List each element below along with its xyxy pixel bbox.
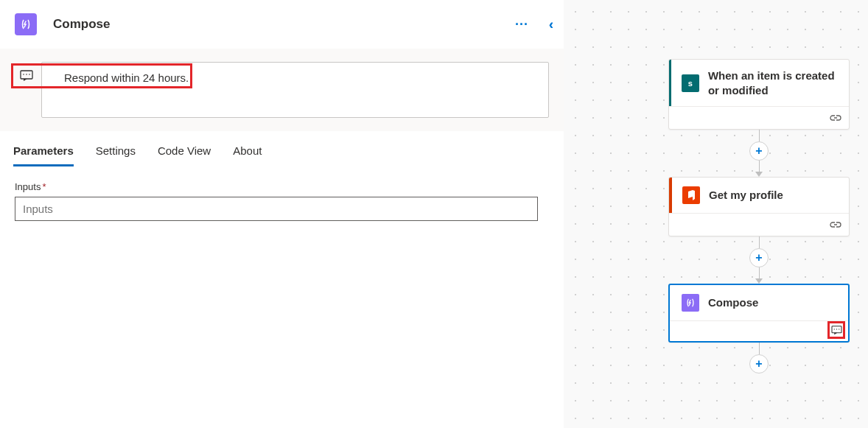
- details-panel: Compose ··· ‹‹ Respond within 24 hours. …: [0, 0, 564, 428]
- tabs: Parameters Settings Code View About: [0, 131, 564, 166]
- flow-card-trigger[interactable]: s When an item is created or modified: [668, 59, 850, 130]
- add-step-button[interactable]: +: [749, 248, 769, 267]
- more-actions-button[interactable]: ···: [515, 17, 528, 32]
- highlight-annotation: [827, 321, 845, 339]
- tab-about[interactable]: About: [233, 144, 262, 166]
- flow-canvas[interactable]: s When an item is created or modified +: [564, 0, 868, 428]
- tab-settings[interactable]: Settings: [96, 144, 136, 166]
- office365-icon: [682, 186, 700, 204]
- link-icon: [830, 218, 841, 231]
- flow-card-profile[interactable]: Get my profile: [668, 177, 850, 236]
- required-indicator: *: [42, 181, 46, 192]
- compose-icon: [15, 13, 37, 35]
- svg-point-6: [836, 329, 836, 329]
- inputs-label: Inputs*: [15, 181, 549, 192]
- panel-title: Compose: [53, 17, 515, 32]
- tab-parameters[interactable]: Parameters: [13, 144, 74, 166]
- inputs-field[interactable]: [15, 197, 538, 221]
- add-step-button[interactable]: +: [749, 141, 769, 161]
- card-title: Compose: [708, 295, 758, 310]
- card-title: When an item is created or modified: [708, 69, 839, 97]
- link-icon: [830, 111, 841, 124]
- note-textarea[interactable]: Respond within 24 hours.: [41, 62, 549, 118]
- svg-point-5: [833, 329, 834, 329]
- note-icon: [20, 70, 33, 82]
- svg-point-1: [23, 74, 24, 75]
- note-section: Respond within 24 hours.: [0, 49, 564, 131]
- svg-point-7: [839, 329, 839, 329]
- svg-point-3: [29, 74, 30, 75]
- svg-point-2: [26, 74, 27, 75]
- card-title: Get my profile: [709, 188, 783, 203]
- note-text: Respond within 24 hours.: [64, 71, 189, 84]
- panel-header: Compose ··· ‹‹: [0, 0, 564, 49]
- add-step-button[interactable]: +: [749, 354, 769, 373]
- sharepoint-icon: s: [682, 74, 699, 92]
- tab-codeview[interactable]: Code View: [158, 144, 211, 166]
- flow-card-compose[interactable]: Compose: [668, 284, 850, 343]
- parameters-form: Inputs*: [0, 166, 564, 236]
- compose-icon: [682, 294, 699, 312]
